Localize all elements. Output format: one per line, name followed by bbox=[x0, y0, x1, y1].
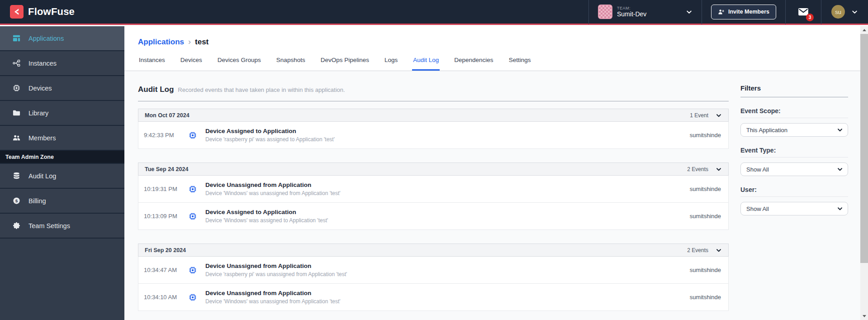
event-type-select[interactable]: Show All bbox=[740, 162, 848, 176]
applications-icon bbox=[12, 34, 21, 43]
sidebar-filler bbox=[0, 239, 124, 320]
device-chip-icon bbox=[188, 185, 197, 194]
audit-event-row: 10:34:10 AM Device Unassigned from Appli… bbox=[138, 284, 729, 311]
chevron-down-icon[interactable] bbox=[851, 9, 858, 15]
tab-settings[interactable]: Settings bbox=[508, 57, 532, 71]
team-selector[interactable]: TEAM: Sumit-Dev bbox=[588, 0, 702, 24]
breadcrumb-applications-link[interactable]: Applications bbox=[138, 38, 184, 47]
chevron-down-icon bbox=[716, 247, 722, 253]
content: Audit Log Recorded events that have take… bbox=[124, 71, 860, 311]
sidebar: Applications Instances Devices Library M… bbox=[0, 26, 124, 320]
event-scope-select[interactable]: This Application bbox=[740, 123, 848, 137]
filter-label: Event Scope: bbox=[740, 107, 848, 118]
tab-devices-groups[interactable]: Devices Groups bbox=[217, 57, 262, 71]
instances-icon bbox=[12, 59, 21, 67]
top-navbar: FlowFuse TEAM: Sumit-Dev Invite Members bbox=[0, 0, 868, 25]
svg-text:$: $ bbox=[15, 198, 18, 203]
group-header[interactable]: Tue Sep 24 2024 2 Events bbox=[138, 162, 729, 176]
team-avatar bbox=[598, 5, 612, 19]
group-event-count: 1 Event bbox=[690, 112, 708, 119]
group-date: Mon Oct 07 2024 bbox=[145, 112, 190, 119]
audit-event-row: 10:19:31 PM Device Unassigned from Appli… bbox=[138, 176, 729, 203]
event-time: 10:13:09 PM bbox=[144, 213, 183, 220]
device-chip-icon bbox=[188, 266, 197, 275]
team-label: TEAM: bbox=[617, 6, 681, 10]
invite-members-button[interactable]: Invite Members bbox=[711, 5, 776, 19]
chevron-down-icon bbox=[837, 127, 843, 133]
notifications-button[interactable]: 3 bbox=[797, 6, 809, 18]
select-value: Show All bbox=[746, 205, 769, 212]
event-detail: Device 'raspberry pi' was assigned to Ap… bbox=[205, 136, 690, 143]
filters-sections: Event Scope: This Application Event Type… bbox=[740, 107, 848, 215]
scrollbar-thumb[interactable] bbox=[860, 34, 868, 263]
sidebar-item-audit-log[interactable]: Audit Log bbox=[0, 164, 124, 188]
invite-members-label: Invite Members bbox=[728, 9, 769, 15]
group-header[interactable]: Mon Oct 07 2024 1 Event bbox=[138, 109, 729, 122]
group-date: Tue Sep 24 2024 bbox=[145, 166, 188, 172]
audit-event-group: Fri Sep 20 2024 2 Events 10:34:47 AM Dev… bbox=[138, 244, 729, 311]
tab-devops-pipelines[interactable]: DevOps Pipelines bbox=[320, 57, 370, 71]
breadcrumb-current: test bbox=[195, 38, 209, 47]
event-time: 10:19:31 PM bbox=[144, 186, 183, 192]
user-plus-icon bbox=[718, 9, 725, 15]
sidebar-item-library[interactable]: Library bbox=[0, 101, 124, 125]
sidebar-item-label: Team Settings bbox=[28, 222, 70, 229]
breadcrumb-separator: › bbox=[188, 37, 191, 47]
sidebar-item-label: Members bbox=[28, 134, 56, 142]
audit-event-group: Mon Oct 07 2024 1 Event 9:42:33 PM Devic… bbox=[138, 109, 729, 149]
sidebar-item-devices[interactable]: Devices bbox=[0, 76, 124, 100]
filters-panel: Filters Event Scope: This Application Ev… bbox=[740, 71, 848, 311]
library-icon bbox=[12, 109, 21, 117]
event-title: Device Unassigned from Application bbox=[205, 263, 690, 269]
sidebar-item-members[interactable]: Members bbox=[0, 126, 124, 150]
chevron-down-icon bbox=[716, 166, 722, 172]
tab-snapshots[interactable]: Snapshots bbox=[275, 57, 306, 71]
sidebar-item-label: Library bbox=[28, 110, 48, 117]
sidebar-item-label: Audit Log bbox=[28, 172, 56, 180]
team-name: Sumit-Dev bbox=[617, 10, 681, 18]
sidebar-item-instances[interactable]: Instances bbox=[0, 51, 124, 75]
sidebar-item-label: Billing bbox=[28, 197, 46, 205]
user-select[interactable]: Show All bbox=[740, 202, 848, 215]
notifications-badge: 3 bbox=[806, 14, 814, 21]
tab-logs[interactable]: Logs bbox=[384, 57, 398, 71]
sidebar-item-label: Instances bbox=[28, 60, 57, 67]
vertical-scrollbar bbox=[860, 26, 868, 320]
event-title: Device Assigned to Application bbox=[205, 128, 690, 134]
chevron-down-icon bbox=[686, 9, 693, 15]
audit-log-section: Audit Log Recorded events that have take… bbox=[138, 71, 729, 311]
main-area: Applications › test InstancesDevicesDevi… bbox=[124, 26, 860, 320]
group-date: Fri Sep 20 2024 bbox=[145, 247, 186, 253]
tab-instances[interactable]: Instances bbox=[138, 57, 166, 71]
event-time: 10:34:10 AM bbox=[144, 294, 183, 301]
device-chip-icon bbox=[188, 212, 197, 221]
triangle-up-icon bbox=[863, 29, 866, 31]
billing-icon: $ bbox=[12, 196, 21, 205]
triangle-down-icon bbox=[863, 315, 866, 317]
filter-label: Event Type: bbox=[740, 147, 848, 158]
page-title: Audit Log bbox=[138, 85, 174, 94]
sidebar-item-team-settings[interactable]: Team Settings bbox=[0, 214, 124, 238]
sidebar-item-label: Devices bbox=[28, 85, 52, 92]
group-header[interactable]: Fri Sep 20 2024 2 Events bbox=[138, 244, 729, 257]
filters-title: Filters bbox=[740, 84, 848, 92]
group-event-count: 2 Events bbox=[687, 166, 708, 172]
filter-section: Event Scope: This Application bbox=[740, 107, 848, 137]
breadcrumb: Applications › test bbox=[138, 37, 860, 47]
settings-icon bbox=[12, 221, 21, 230]
event-detail: Device 'Windows' was assigned to Applica… bbox=[205, 217, 690, 224]
tab-dependencies[interactable]: Dependencies bbox=[453, 57, 494, 71]
scroll-up-button[interactable] bbox=[860, 26, 868, 34]
select-value: This Application bbox=[746, 127, 787, 134]
event-title: Device Unassigned from Application bbox=[205, 290, 690, 296]
event-user: sumitshinde bbox=[690, 186, 721, 192]
tab-audit-log[interactable]: Audit Log bbox=[412, 57, 440, 71]
tab-devices[interactable]: Devices bbox=[180, 57, 203, 71]
user-avatar[interactable]: su bbox=[831, 5, 845, 19]
event-title: Device Assigned to Application bbox=[205, 209, 690, 215]
sidebar-item-applications[interactable]: Applications bbox=[0, 26, 124, 50]
event-time: 10:34:47 AM bbox=[144, 267, 183, 273]
sidebar-item-billing[interactable]: $ Billing bbox=[0, 189, 124, 213]
page-subtitle: Recorded events that have taken place in… bbox=[178, 86, 345, 93]
scroll-down-button[interactable] bbox=[860, 312, 868, 320]
